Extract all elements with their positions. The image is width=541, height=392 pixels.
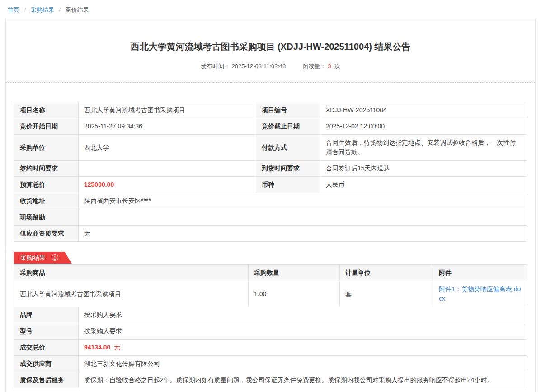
table-row: 采购单位 西北大学 付款方式 合同生效后，待货物到达指定地点、安装调试验收合格后… xyxy=(14,135,527,161)
product-name: 西北大学黄河流域考古图书采购项目 xyxy=(14,281,249,307)
table-row: 成交总价 94134.00 元 xyxy=(14,340,527,356)
cell-label: 竞价开始日期 xyxy=(14,118,79,135)
cell-label: 成交供应商 xyxy=(14,356,79,372)
cell-label: 签约时间要求 xyxy=(14,161,79,177)
cell-attachment: 附件1：货物类响应偏离表.docx xyxy=(433,281,527,307)
cell-value: 无 xyxy=(79,226,527,242)
result-badge-label: 采购结果 xyxy=(20,254,46,261)
column-header: 附件 xyxy=(433,265,527,281)
cell-label: 收货地址 xyxy=(14,193,79,209)
result-badge-count: 1 xyxy=(52,254,58,261)
cell-label: 型号 xyxy=(14,323,79,340)
table-row: 型号 按采购人要求 xyxy=(14,323,527,340)
cell-label: 质保及售后服务 xyxy=(14,372,79,388)
table-row: 品牌 按采购人要求 xyxy=(14,307,527,323)
cell-label: 项目编号 xyxy=(256,102,320,118)
read-count-value: 3 xyxy=(328,63,331,70)
table-row: 预算总价 125000.00 币种 人民币 xyxy=(14,177,527,193)
product-quantity: 1.00 xyxy=(249,281,340,307)
column-header: 计量单位 xyxy=(340,265,433,281)
cell-value: 合同签订后15天内送达 xyxy=(320,161,527,177)
column-header: 采购数量 xyxy=(249,265,340,281)
table-row: 收货地址 陕西省西安市长安区**** xyxy=(14,193,527,209)
cell-value: 合同生效后，待货物到达指定地点、安装调试验收合格后，一次性付清合同货款。 xyxy=(320,135,527,161)
column-header: 采购商品 xyxy=(14,265,249,281)
table-row: 供应商资质要求 无 xyxy=(14,226,527,242)
cell-label: 现场踏勘 xyxy=(14,209,79,226)
cell-label: 采购单位 xyxy=(14,135,79,161)
publish-meta: 发布时间： 2025-12-03 11:02:48 阅读量： 3 次 xyxy=(14,62,527,71)
cell-value: 按采购人要求 xyxy=(79,323,527,340)
table-row: 成交供应商 湖北三新文化传媒有限公司 xyxy=(14,356,527,372)
cell-value: 94134.00 元 xyxy=(79,340,527,356)
cell-value: 按采购人要求 xyxy=(79,307,527,323)
cell-value: 西北大学黄河流域考古图书采购项目 xyxy=(79,102,256,118)
dashed-divider xyxy=(6,82,535,83)
cell-label: 付款方式 xyxy=(256,135,320,161)
table-row: 现场踏勘 xyxy=(14,209,527,226)
table-row: 竞价开始日期 2025-11-27 09:34:36 竞价截止日期 2025-1… xyxy=(14,118,527,135)
breadcrumb-separator: / xyxy=(59,6,61,13)
breadcrumb-link-home[interactable]: 首页 xyxy=(8,6,19,13)
cell-label: 到货时间要求 xyxy=(256,161,320,177)
result-section-header: 采购结果 1 xyxy=(14,252,527,264)
announcement-card: 西北大学黄河流域考古图书采购项目 (XDJJ-HW-202511004) 结果公… xyxy=(5,19,536,392)
breadcrumb-separator: / xyxy=(24,6,26,13)
attachment-link[interactable]: 附件1：货物类响应偏离表.docx xyxy=(439,285,521,302)
table-row: 质保及售后服务 质保期：自验收合格之日起2年。质保期内如有质量问题，我公司保证无… xyxy=(14,372,527,388)
cell-value xyxy=(79,209,527,226)
cell-value: 2025-12-02 12:00:00 xyxy=(320,118,527,135)
cell-value: 湖北三新文化传媒有限公司 xyxy=(79,356,527,372)
publish-time-value: 2025-12-03 11:02:48 xyxy=(232,63,286,70)
read-count-unit: 次 xyxy=(334,63,340,70)
result-badge: 采购结果 1 xyxy=(14,252,72,264)
cell-value: 125000.00 xyxy=(79,177,256,193)
product-unit: 套 xyxy=(340,281,433,307)
deal-total-price: 94134.00 xyxy=(84,344,110,351)
cell-label: 品牌 xyxy=(14,307,79,323)
deal-total-price-unit: 元 xyxy=(114,344,120,351)
project-info-table: 项目名称 西北大学黄河流域考古图书采购项目 项目编号 XDJJ-HW-20251… xyxy=(14,102,527,242)
read-count-label: 阅读量： xyxy=(303,63,326,70)
breadcrumb-link-procurement-results[interactable]: 采购结果 xyxy=(31,6,54,13)
result-table: 采购商品 采购数量 计量单位 附件 西北大学黄河流域考古图书采购项目 1.00 … xyxy=(14,264,527,307)
cell-label: 币种 xyxy=(256,177,320,193)
cell-value: 西北大学 xyxy=(79,135,256,161)
result-detail-table: 品牌 按采购人要求 型号 按采购人要求 成交总价 94134.00 元 成交供应… xyxy=(14,307,527,388)
cell-value: 质保期：自验收合格之日起2年。质保期内如有质量问题，我公司保证无条件免费更换。质… xyxy=(79,372,527,388)
table-row: 西北大学黄河流域考古图书采购项目 1.00 套 附件1：货物类响应偏离表.doc… xyxy=(14,281,527,307)
cell-label: 供应商资质要求 xyxy=(14,226,79,242)
breadcrumb-current: 竞价结果 xyxy=(66,6,89,13)
table-row: 签约时间要求 到货时间要求 合同签订后15天内送达 xyxy=(14,161,527,177)
page-title: 西北大学黄河流域考古图书采购项目 (XDJJ-HW-202511004) 结果公… xyxy=(14,19,527,53)
publish-time-label: 发布时间： xyxy=(201,63,230,70)
cell-label: 成交总价 xyxy=(14,340,79,356)
cell-value: 陕西省西安市长安区**** xyxy=(79,193,527,209)
cell-label: 预算总价 xyxy=(14,177,79,193)
table-header-row: 采购商品 采购数量 计量单位 附件 xyxy=(14,265,527,281)
table-row: 项目名称 西北大学黄河流域考古图书采购项目 项目编号 XDJJ-HW-20251… xyxy=(14,102,527,118)
cell-label: 竞价截止日期 xyxy=(256,118,320,135)
budget-total-value: 125000.00 xyxy=(84,181,114,188)
cell-value: 人民币 xyxy=(320,177,527,193)
cell-value xyxy=(79,161,256,177)
cell-label: 项目名称 xyxy=(14,102,79,118)
cell-value: XDJJ-HW-202511004 xyxy=(320,102,527,118)
cell-value: 2025-11-27 09:34:36 xyxy=(79,118,256,135)
breadcrumb: 首页 / 采购结果 / 竞价结果 xyxy=(0,0,541,19)
